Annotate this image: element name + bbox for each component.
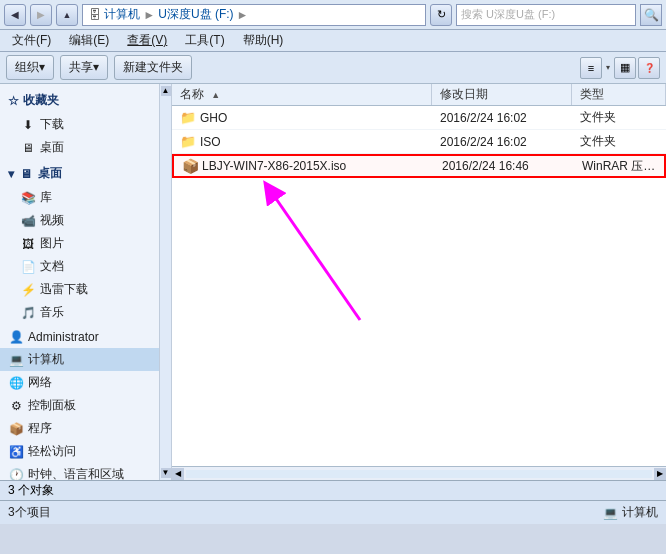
sidebar-item-video[interactable]: 📹 视频 [0, 209, 159, 232]
clock-icon: 🕐 [8, 467, 24, 481]
video-icon: 📹 [20, 213, 36, 229]
address-bar: ◀ ▶ ▲ 🗄 计算机 ► U深度U盘 (F:) ► ↻ 搜索 U深度U盘 (F… [0, 0, 666, 30]
folder-icon: 📁 [180, 134, 196, 150]
winrar-icon: 📦 [182, 158, 198, 174]
file-name-gho: 📁 GHO [172, 108, 432, 128]
back-button[interactable]: ◀ [4, 4, 26, 26]
sidebar-item-accessibility[interactable]: ♿ 轻松访问 [0, 440, 159, 463]
view-list-button[interactable]: ≡ [580, 57, 602, 79]
search-button[interactable]: 🔍 [640, 4, 662, 26]
computer-status-label: 计算机 [622, 504, 658, 521]
organize-button[interactable]: 组织▾ [6, 55, 54, 80]
sidebar-item-computer[interactable]: 💻 计算机 [0, 348, 159, 371]
sidebar-item-controlpanel[interactable]: ⚙ 控制面板 [0, 394, 159, 417]
search-box[interactable]: 搜索 U深度U盘 (F:) [456, 4, 636, 26]
sidebar-scrollbar[interactable]: ▲ ▼ [160, 84, 172, 480]
sort-arrow: ▲ [211, 90, 220, 100]
sidebar-item-region[interactable]: 🕐 时钟、语言和区域 [0, 463, 159, 480]
path-udisk: U深度U盘 (F:) [158, 6, 233, 23]
menu-help[interactable]: 帮助(H) [235, 30, 292, 51]
file-list-header: 名称 ▲ 修改日期 类型 [172, 84, 666, 106]
sidebar-item-library[interactable]: 📚 库 [0, 186, 159, 209]
main-area: ☆ 收藏夹 ⬇ 下载 🖥 桌面 ▾ 🖥 桌面 📚 库 [0, 84, 666, 480]
sidebar-item-thunder[interactable]: ⚡ 迅雷下载 [0, 278, 159, 301]
sidebar-item-download[interactable]: ⬇ 下载 [0, 113, 159, 136]
forward-button[interactable]: ▶ [30, 4, 52, 26]
scroll-right-button[interactable]: ▶ [654, 468, 666, 480]
toolbar: 组织▾ 共享▾ 新建文件夹 ≡ ▾ ▦ ❓ [0, 52, 666, 84]
menu-edit[interactable]: 编辑(E) [61, 30, 117, 51]
sidebar-item-images[interactable]: 🖼 图片 [0, 232, 159, 255]
table-row[interactable]: 📁 GHO 2016/2/24 16:02 文件夹 [172, 106, 666, 130]
favorites-header[interactable]: ☆ 收藏夹 [0, 88, 159, 113]
menu-view[interactable]: 查看(V) [119, 30, 175, 51]
download-icon: ⬇ [20, 117, 36, 133]
music-icon: 🎵 [20, 305, 36, 321]
status-bar: 3个项目 💻 计算机 [0, 500, 666, 524]
table-row[interactable]: 📦 LBJY-WIN7-X86-2015X.iso 2016/2/24 16:4… [172, 154, 666, 178]
file-list-body: 📁 GHO 2016/2/24 16:02 文件夹 📁 ISO 2016/2/2… [172, 106, 666, 466]
folder-icon: 📁 [180, 110, 196, 126]
sidebar-item-programs[interactable]: 📦 程序 [0, 417, 159, 440]
thunder-icon: ⚡ [20, 282, 36, 298]
computer-status-icon: 💻 [603, 506, 618, 520]
controlpanel-icon: ⚙ [8, 398, 24, 414]
view-buttons: ≡ ▾ ▦ ❓ [580, 57, 660, 79]
view-grid-button[interactable]: ▦ [614, 57, 636, 79]
file-area: 名称 ▲ 修改日期 类型 📁 GHO 2016/2/24 16:02 文件夹 [172, 84, 666, 480]
computer-icon: 💻 [8, 352, 24, 368]
desktop2-icon: 🖥 [18, 166, 34, 182]
favorites-section: ☆ 收藏夹 ⬇ 下载 🖥 桌面 [0, 88, 159, 159]
accessibility-icon: ♿ [8, 444, 24, 460]
file-date-iso: 2016/2/24 16:02 [432, 133, 572, 151]
folder-count: 3 个对象 [8, 482, 54, 499]
address-path[interactable]: 🗄 计算机 ► U深度U盘 (F:) ► [82, 4, 426, 26]
col-header-name[interactable]: 名称 ▲ [172, 84, 432, 105]
sidebar: ☆ 收藏夹 ⬇ 下载 🖥 桌面 ▾ 🖥 桌面 📚 库 [0, 84, 160, 480]
share-button[interactable]: 共享▾ [60, 55, 108, 80]
menu-tools[interactable]: 工具(T) [177, 30, 232, 51]
sidebar-item-network[interactable]: 🌐 网络 [0, 371, 159, 394]
star-icon: ☆ [8, 94, 19, 108]
sub-status-bar: 3 个对象 [0, 480, 666, 500]
file-date-gho: 2016/2/24 16:02 [432, 109, 572, 127]
status-right: 💻 计算机 [603, 504, 658, 521]
sidebar-item-admin[interactable]: 👤 Administrator [0, 326, 159, 348]
sidebar-item-docs[interactable]: 📄 文档 [0, 255, 159, 278]
search-placeholder: 搜索 U深度U盘 (F:) [461, 7, 555, 22]
desktop-section: ▾ 🖥 桌面 📚 库 📹 视频 🖼 图片 📄 文档 ⚡ 迅 [0, 161, 159, 324]
menu-bar: 文件(F) 编辑(E) 查看(V) 工具(T) 帮助(H) [0, 30, 666, 52]
up-button[interactable]: ▲ [56, 4, 78, 26]
horizontal-scrollbar[interactable]: ◀ ▶ [172, 466, 666, 480]
chevron-icon: ▾ [8, 167, 14, 181]
network-icon: 🌐 [8, 375, 24, 391]
file-name-iso: 📁 ISO [172, 132, 432, 152]
menu-file[interactable]: 文件(F) [4, 30, 59, 51]
file-name-lbjy: 📦 LBJY-WIN7-X86-2015X.iso [174, 156, 434, 176]
path-computer: 计算机 [104, 6, 140, 23]
file-date-lbjy: 2016/2/24 16:46 [434, 157, 574, 175]
view-pane-button[interactable]: ❓ [638, 57, 660, 79]
sidebar-item-music[interactable]: 🎵 音乐 [0, 301, 159, 324]
new-folder-button[interactable]: 新建文件夹 [114, 55, 192, 80]
programs-icon: 📦 [8, 421, 24, 437]
image-icon: 🖼 [20, 236, 36, 252]
col-header-date[interactable]: 修改日期 [432, 84, 572, 105]
desktop-section-header[interactable]: ▾ 🖥 桌面 [0, 161, 159, 186]
file-type-lbjy: WinRAR 压缩文件 [574, 156, 664, 177]
library-icon: 📚 [20, 190, 36, 206]
table-row[interactable]: 📁 ISO 2016/2/24 16:02 文件夹 [172, 130, 666, 154]
file-type-iso: 文件夹 [572, 131, 666, 152]
admin-icon: 👤 [8, 329, 24, 345]
item-count: 3个项目 [8, 504, 51, 521]
docs-icon: 📄 [20, 259, 36, 275]
col-header-type[interactable]: 类型 [572, 84, 666, 105]
desktop-icon: 🖥 [20, 140, 36, 156]
refresh-button[interactable]: ↻ [430, 4, 452, 26]
file-type-gho: 文件夹 [572, 107, 666, 128]
scroll-left-button[interactable]: ◀ [172, 468, 184, 480]
sidebar-item-desktop[interactable]: 🖥 桌面 [0, 136, 159, 159]
